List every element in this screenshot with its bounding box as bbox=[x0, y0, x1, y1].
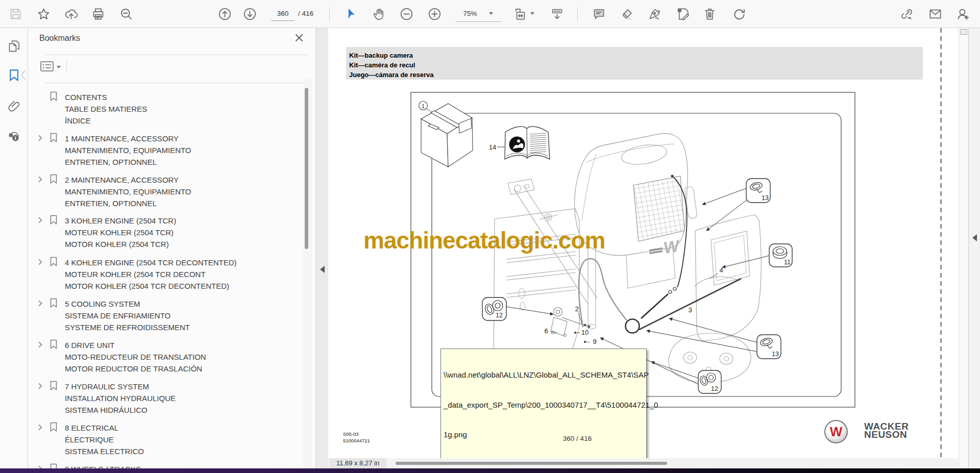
search-icon[interactable] bbox=[119, 7, 133, 21]
expand-chevron-icon[interactable] bbox=[37, 134, 43, 141]
bookmark-label: TABLE DES MATIERES bbox=[65, 103, 302, 115]
svg-text:13: 13 bbox=[762, 194, 769, 202]
footer-page-indicator: 360 / 416 bbox=[552, 435, 603, 442]
svg-text:10: 10 bbox=[581, 329, 589, 336]
document-bottom-bar: 11,69 x 8,27 in bbox=[328, 458, 959, 468]
print-icon[interactable] bbox=[91, 7, 105, 21]
share-upload-icon[interactable] bbox=[64, 7, 78, 21]
expand-chevron-icon[interactable] bbox=[37, 465, 43, 468]
svg-text:6: 6 bbox=[544, 327, 548, 335]
expand-chevron-icon[interactable] bbox=[37, 258, 43, 265]
horizontal-scrollbar-thumb[interactable] bbox=[396, 462, 667, 465]
collapse-panel-icon[interactable] bbox=[320, 266, 325, 273]
zoom-in-icon[interactable] bbox=[428, 7, 442, 21]
bookmark-options-icon[interactable] bbox=[39, 60, 55, 72]
panel-title: Bookmarks bbox=[39, 34, 80, 43]
bookmark-label: MANTENIMIENTO, EQUIPAMIENTO bbox=[65, 186, 302, 197]
bookmark-label: SYSTEME DE REFROIDISSEMENT bbox=[65, 321, 302, 333]
file-path-tooltip: \\wnad.net\global\ALL\LNZ\Global_ALL_SCH… bbox=[440, 348, 647, 458]
active-panel-notch-icon bbox=[8, 70, 13, 80]
zoom-caret-icon[interactable] bbox=[489, 12, 493, 15]
svg-text:12: 12 bbox=[711, 385, 718, 392]
bookmark-label: MOTEUR KOHLER (2504 TCR) bbox=[65, 227, 302, 238]
expand-chevron-icon[interactable] bbox=[37, 216, 43, 223]
comment-icon[interactable] bbox=[592, 7, 606, 21]
svg-text:1: 1 bbox=[422, 103, 425, 109]
attachments-icon[interactable] bbox=[7, 99, 21, 113]
save-icon[interactable] bbox=[9, 7, 22, 21]
zoom-out-icon[interactable] bbox=[400, 7, 413, 21]
close-panel-icon[interactable] bbox=[295, 33, 304, 42]
sign-icon[interactable] bbox=[648, 7, 662, 21]
toolbar-separator bbox=[329, 7, 330, 22]
bookmarks-panel: Bookmarks CONTENTS TABLE DES MATIERES ÍN… bbox=[28, 28, 316, 468]
scroll-mode-icon[interactable] bbox=[550, 7, 564, 21]
options-caret-icon[interactable] bbox=[57, 66, 61, 68]
next-page-icon[interactable] bbox=[243, 7, 257, 21]
svg-text:12: 12 bbox=[496, 312, 503, 319]
zoom-level-value[interactable]: 75% bbox=[458, 7, 482, 21]
delete-page-icon[interactable] bbox=[703, 7, 717, 21]
document-scrollbar-thumb[interactable] bbox=[960, 29, 967, 35]
panel-divider bbox=[45, 83, 308, 83]
panel-scrollbar-thumb[interactable] bbox=[305, 88, 308, 249]
previous-page-icon[interactable] bbox=[218, 7, 232, 21]
bookmark-label: ÉLECTRIQUE bbox=[65, 434, 302, 445]
bookmark-label: MOTOR KOHLER (2504 TCR DECONTENTED) bbox=[65, 280, 302, 292]
watermark-text: machinecatalogic.com bbox=[363, 227, 605, 254]
bookmark-icon bbox=[50, 381, 58, 391]
bookmark-label: 7 HYDRAULIC SYSTEM bbox=[65, 381, 302, 392]
main-toolbar: 360 / 416 75% bbox=[0, 0, 980, 28]
expand-chevron-icon[interactable] bbox=[37, 424, 43, 430]
bookmark-label: MANTENIMIENTO, EQUIPAMIENTO bbox=[65, 144, 302, 156]
bookmark-icon bbox=[50, 422, 58, 432]
page-size-indicator: 11,69 x 8,27 in bbox=[329, 458, 386, 468]
star-icon[interactable] bbox=[37, 7, 51, 21]
share-link-icon[interactable] bbox=[900, 7, 914, 21]
highlight-icon[interactable] bbox=[620, 7, 634, 21]
bookmark-label: ENTRETIEN, OPTIONNEL bbox=[65, 156, 302, 168]
bookmark-label: 2 MAINTENANCE, ACCESSORY bbox=[65, 174, 302, 186]
panel-splitter[interactable] bbox=[316, 28, 328, 468]
bookmark-label: 5 COOLING SYSTEM bbox=[65, 298, 302, 310]
bookmark-label: 4 KOHLER ENGINE (2504 TCR DECONTENTED) bbox=[65, 257, 302, 268]
document-scrollbar[interactable] bbox=[959, 28, 968, 468]
bookmark-label: CONTENTS bbox=[65, 91, 302, 103]
fit-caret-icon[interactable] bbox=[530, 12, 534, 15]
page-number-input[interactable]: 360 bbox=[271, 7, 295, 21]
expand-chevron-icon[interactable] bbox=[37, 176, 43, 182]
panel-divider bbox=[45, 55, 308, 55]
edit-page-icon[interactable] bbox=[676, 7, 690, 21]
bookmark-label: ENTRETIEN, OPTIONNEL bbox=[65, 197, 302, 209]
select-tool-icon[interactable] bbox=[345, 7, 358, 21]
navigation-pane-strip bbox=[0, 28, 28, 468]
panel-scrollbar[interactable] bbox=[303, 78, 312, 468]
rotate-page-icon[interactable] bbox=[732, 7, 746, 21]
manual-book bbox=[497, 127, 550, 159]
bookmark-icon bbox=[50, 91, 58, 102]
svg-text:2: 2 bbox=[575, 305, 578, 313]
tooltip-line: _data_export_SP_Temp\200_1000340717__T4\… bbox=[444, 400, 644, 410]
footer-code: 5100044721 bbox=[343, 437, 370, 444]
zoom-underline bbox=[455, 21, 501, 22]
fit-width-icon[interactable] bbox=[514, 7, 528, 21]
add-person-icon[interactable] bbox=[956, 7, 970, 21]
bookmark-icon bbox=[50, 339, 58, 350]
page-total-label: / 416 bbox=[298, 7, 313, 21]
document-page: Kit—backup camera Kit—caméra de recul Ju… bbox=[328, 28, 959, 458]
expand-chevron-icon[interactable] bbox=[37, 341, 43, 347]
svg-text:3: 3 bbox=[688, 306, 692, 314]
bookmark-label: 8 ELECTRICAL bbox=[65, 422, 302, 434]
svg-text:9: 9 bbox=[593, 338, 596, 345]
email-icon[interactable] bbox=[928, 7, 942, 21]
bookmark-label: SISTEMA DE ENFRIAMIENTO bbox=[65, 310, 302, 321]
expand-tools-icon[interactable] bbox=[972, 234, 977, 241]
expand-chevron-icon[interactable] bbox=[37, 300, 43, 306]
svg-text:4: 4 bbox=[719, 266, 723, 274]
content-info-icon[interactable] bbox=[7, 129, 21, 143]
page-thumbnails-icon[interactable] bbox=[7, 39, 21, 53]
hand-tool-icon[interactable] bbox=[372, 7, 386, 21]
svg-text:14: 14 bbox=[489, 143, 496, 151]
expand-chevron-icon[interactable] bbox=[37, 382, 43, 389]
bookmark-label: 1 MAINTENANCE, ACCESSORY bbox=[65, 133, 302, 144]
